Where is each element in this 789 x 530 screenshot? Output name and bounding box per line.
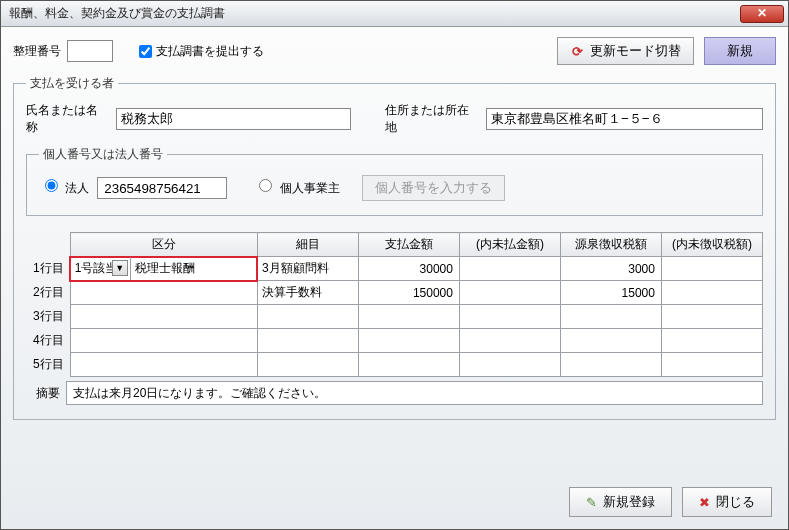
number-fieldset: 個人番号又は法人番号 法人 個人事業主 個人番号を入力する — [26, 146, 763, 216]
seiri-input[interactable] — [67, 40, 113, 62]
unwithheld-cell[interactable] — [661, 281, 762, 305]
enter-number-button[interactable]: 個人番号を入力する — [362, 175, 505, 201]
kubun-combo[interactable]: 1号該当 ▼ — [71, 257, 131, 280]
payee-legend: 支払を受ける者 — [26, 75, 118, 92]
row-label: 3行目 — [26, 305, 70, 329]
footer-buttons: ✎ 新規登録 ✖ 閉じる — [569, 487, 772, 517]
close-label: 閉じる — [716, 493, 755, 511]
table-row: 4行目 — [26, 329, 763, 353]
unpaid-cell[interactable] — [459, 305, 560, 329]
payment-grid: 区分 細目 支払金額 (内未払金額) 源泉徴収税額 (内未徴収税額) 1行目 1… — [26, 232, 763, 377]
kubun-cell[interactable] — [70, 353, 257, 377]
saimoku-cell[interactable]: 決算手数料 — [257, 281, 358, 305]
refresh-icon: ⟳ — [570, 44, 584, 58]
amount-cell[interactable]: 150000 — [358, 281, 459, 305]
unpaid-cell[interactable] — [459, 281, 560, 305]
amount-cell[interactable] — [358, 353, 459, 377]
table-row: 1行目 1号該当 ▼ 税理士報酬 3月額顧問料 30000 — [26, 257, 763, 281]
number-legend: 個人番号又は法人番号 — [39, 146, 167, 163]
radio-corp[interactable] — [45, 179, 58, 192]
amount-cell[interactable]: 30000 — [358, 257, 459, 281]
register-button[interactable]: ✎ 新規登録 — [569, 487, 672, 517]
saimoku-cell[interactable] — [257, 305, 358, 329]
addr-label: 住所または所在地 — [385, 102, 472, 136]
name-addr-row: 氏名または名称 住所または所在地 — [26, 102, 763, 136]
header-kubun: 区分 — [70, 233, 257, 257]
header-unwithheld: (内未徴収税額) — [661, 233, 762, 257]
update-mode-button[interactable]: ⟳ 更新モード切替 — [557, 37, 694, 65]
header-amount: 支払金額 — [358, 233, 459, 257]
table-row: 2行目 決算手数料 150000 15000 — [26, 281, 763, 305]
withholding-cell[interactable]: 15000 — [560, 281, 661, 305]
unpaid-cell[interactable] — [459, 329, 560, 353]
kubun-cell[interactable] — [70, 281, 257, 305]
header-withholding: 源泉徴収税額 — [560, 233, 661, 257]
radio-corp-label: 法人 — [65, 181, 89, 195]
radio-corp-wrap[interactable]: 法人 — [39, 179, 89, 197]
row-label: 5行目 — [26, 353, 70, 377]
summary-row: 摘要 支払は来月20日になります。ご確認ください。 — [26, 381, 763, 405]
saimoku-cell[interactable] — [257, 329, 358, 353]
header-unpaid: (内未払金額) — [459, 233, 560, 257]
row-label: 4行目 — [26, 329, 70, 353]
amount-cell[interactable] — [358, 305, 459, 329]
submit-checkbox-wrap[interactable]: 支払調書を提出する — [135, 42, 264, 61]
chevron-down-icon[interactable]: ▼ — [112, 260, 128, 276]
kubun-cell[interactable]: 1号該当 ▼ 税理士報酬 — [70, 257, 257, 281]
name-input[interactable] — [116, 108, 352, 130]
amount-cell[interactable] — [358, 329, 459, 353]
update-mode-label: 更新モード切替 — [590, 42, 681, 60]
new-button[interactable]: 新規 — [704, 37, 776, 65]
content-area: 整理番号 支払調書を提出する ⟳ 更新モード切替 新規 支払を受ける者 氏名また… — [1, 27, 788, 529]
row-label: 2行目 — [26, 281, 70, 305]
top-row: 整理番号 支払調書を提出する ⟳ 更新モード切替 新規 — [13, 37, 776, 65]
close-button[interactable]: ✖ 閉じる — [682, 487, 772, 517]
radio-indiv-label: 個人事業主 — [280, 181, 340, 195]
unwithheld-cell[interactable] — [661, 329, 762, 353]
header-saimoku: 細目 — [257, 233, 358, 257]
dialog-window: 報酬、料金、契約金及び賞金の支払調書 ✕ 整理番号 支払調書を提出する ⟳ 更新… — [0, 0, 789, 530]
saimoku-cell[interactable]: 3月額顧問料 — [257, 257, 358, 281]
saimoku-cell[interactable] — [257, 353, 358, 377]
unwithheld-cell[interactable] — [661, 305, 762, 329]
submit-checkbox[interactable] — [139, 45, 152, 58]
radio-indiv-wrap[interactable]: 個人事業主 — [253, 179, 339, 197]
pencil-icon: ✎ — [586, 495, 597, 510]
summary-input[interactable]: 支払は来月20日になります。ご確認ください。 — [66, 381, 763, 405]
grid-area: 区分 細目 支払金額 (内未払金額) 源泉徴収税額 (内未徴収税額) 1行目 1… — [26, 232, 763, 405]
withholding-cell[interactable] — [560, 353, 661, 377]
unpaid-cell[interactable] — [459, 353, 560, 377]
window-close-button[interactable]: ✕ — [740, 5, 784, 23]
close-icon: ✕ — [757, 6, 767, 20]
withholding-cell[interactable]: 3000 — [560, 257, 661, 281]
corp-number-input[interactable] — [97, 177, 227, 199]
name-label: 氏名または名称 — [26, 102, 102, 136]
unpaid-cell[interactable] — [459, 257, 560, 281]
payee-fieldset: 支払を受ける者 氏名または名称 住所または所在地 個人番号又は法人番号 法人 — [13, 75, 776, 420]
number-row: 法人 個人事業主 個人番号を入力する — [39, 175, 750, 201]
row-label: 1行目 — [26, 257, 70, 281]
register-label: 新規登録 — [603, 493, 655, 511]
summary-label: 摘要 — [26, 381, 66, 405]
grid-header-row: 区分 細目 支払金額 (内未払金額) 源泉徴収税額 (内未徴収税額) — [26, 233, 763, 257]
submit-checkbox-label: 支払調書を提出する — [156, 43, 264, 60]
enter-number-label: 個人番号を入力する — [375, 180, 492, 195]
radio-indiv[interactable] — [259, 179, 272, 192]
withholding-cell[interactable] — [560, 305, 661, 329]
window-title: 報酬、料金、契約金及び賞金の支払調書 — [9, 5, 740, 22]
addr-input[interactable] — [486, 108, 763, 130]
table-row: 3行目 — [26, 305, 763, 329]
kubun-text[interactable]: 税理士報酬 — [131, 257, 257, 280]
kubun-cell[interactable] — [70, 329, 257, 353]
table-row: 5行目 — [26, 353, 763, 377]
new-button-label: 新規 — [727, 42, 753, 60]
withholding-cell[interactable] — [560, 329, 661, 353]
unwithheld-cell[interactable] — [661, 353, 762, 377]
seiri-label: 整理番号 — [13, 43, 61, 60]
titlebar: 報酬、料金、契約金及び賞金の支払調書 ✕ — [1, 1, 788, 27]
close-icon: ✖ — [699, 495, 710, 510]
kubun-cell[interactable] — [70, 305, 257, 329]
unwithheld-cell[interactable] — [661, 257, 762, 281]
